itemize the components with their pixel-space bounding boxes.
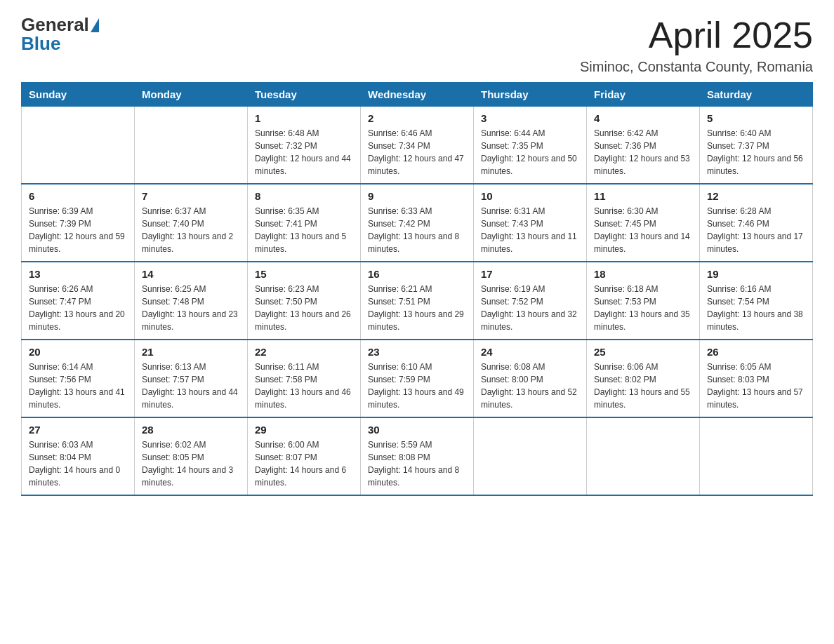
day-info: Sunrise: 6:26 AMSunset: 7:47 PMDaylight:… <box>29 283 127 333</box>
col-friday: Friday <box>587 83 700 107</box>
week-row-2: 6Sunrise: 6:39 AMSunset: 7:39 PMDaylight… <box>22 184 813 262</box>
week-row-1: 1Sunrise: 6:48 AMSunset: 7:32 PMDaylight… <box>22 107 813 185</box>
day-info: Sunrise: 5:59 AMSunset: 8:08 PMDaylight:… <box>368 438 466 489</box>
calendar-header: Sunday Monday Tuesday Wednesday Thursday… <box>22 83 813 107</box>
col-thursday: Thursday <box>474 83 587 107</box>
day-info: Sunrise: 6:02 AMSunset: 8:05 PMDaylight:… <box>142 438 240 489</box>
day-info: Sunrise: 6:25 AMSunset: 7:48 PMDaylight:… <box>142 283 240 333</box>
day-cell-w1-d2 <box>135 107 248 185</box>
logo-blue-text: Blue <box>21 33 60 55</box>
day-cell-w5-d2: 28Sunrise: 6:02 AMSunset: 8:05 PMDayligh… <box>135 417 248 495</box>
day-cell-w3-d3: 15Sunrise: 6:23 AMSunset: 7:50 PMDayligh… <box>248 262 361 340</box>
day-cell-w5-d5 <box>474 417 587 495</box>
day-info: Sunrise: 6:28 AMSunset: 7:46 PMDaylight:… <box>707 205 805 255</box>
day-number: 2 <box>368 112 466 124</box>
day-number: 8 <box>255 190 353 202</box>
col-sunday: Sunday <box>22 83 135 107</box>
day-cell-w3-d5: 17Sunrise: 6:19 AMSunset: 7:52 PMDayligh… <box>474 262 587 340</box>
day-number: 7 <box>142 190 240 202</box>
day-info: Sunrise: 6:39 AMSunset: 7:39 PMDaylight:… <box>29 205 127 255</box>
day-cell-w4-d4: 23Sunrise: 6:10 AMSunset: 7:59 PMDayligh… <box>361 340 474 417</box>
day-info: Sunrise: 6:42 AMSunset: 7:36 PMDaylight:… <box>594 127 692 177</box>
day-number: 3 <box>481 112 579 124</box>
day-number: 22 <box>255 346 353 358</box>
day-number: 9 <box>368 190 466 202</box>
page-title: April 2025 <box>580 14 813 56</box>
day-number: 6 <box>29 190 127 202</box>
day-info: Sunrise: 6:46 AMSunset: 7:34 PMDaylight:… <box>368 127 466 177</box>
day-info: Sunrise: 6:13 AMSunset: 7:57 PMDaylight:… <box>142 361 240 411</box>
day-number: 4 <box>594 112 692 124</box>
week-row-3: 13Sunrise: 6:26 AMSunset: 7:47 PMDayligh… <box>22 262 813 340</box>
day-number: 28 <box>142 424 240 436</box>
day-cell-w4-d3: 22Sunrise: 6:11 AMSunset: 7:58 PMDayligh… <box>248 340 361 417</box>
day-number: 21 <box>142 346 240 358</box>
day-cell-w3-d4: 16Sunrise: 6:21 AMSunset: 7:51 PMDayligh… <box>361 262 474 340</box>
day-cell-w5-d6 <box>587 417 700 495</box>
day-number: 20 <box>29 346 127 358</box>
days-of-week-row: Sunday Monday Tuesday Wednesday Thursday… <box>22 83 813 107</box>
day-cell-w2-d4: 9Sunrise: 6:33 AMSunset: 7:42 PMDaylight… <box>361 184 474 262</box>
day-info: Sunrise: 6:10 AMSunset: 7:59 PMDaylight:… <box>368 361 466 411</box>
day-cell-w2-d6: 11Sunrise: 6:30 AMSunset: 7:45 PMDayligh… <box>587 184 700 262</box>
day-cell-w2-d5: 10Sunrise: 6:31 AMSunset: 7:43 PMDayligh… <box>474 184 587 262</box>
col-wednesday: Wednesday <box>361 83 474 107</box>
day-cell-w1-d4: 2Sunrise: 6:46 AMSunset: 7:34 PMDaylight… <box>361 107 474 185</box>
day-cell-w2-d3: 8Sunrise: 6:35 AMSunset: 7:41 PMDaylight… <box>248 184 361 262</box>
day-number: 14 <box>142 268 240 280</box>
day-cell-w3-d6: 18Sunrise: 6:18 AMSunset: 7:53 PMDayligh… <box>587 262 700 340</box>
day-number: 16 <box>368 268 466 280</box>
day-number: 26 <box>707 346 805 358</box>
day-info: Sunrise: 6:48 AMSunset: 7:32 PMDaylight:… <box>255 127 353 177</box>
page-subtitle: Siminoc, Constanta County, Romania <box>580 59 813 75</box>
day-cell-w5-d1: 27Sunrise: 6:03 AMSunset: 8:04 PMDayligh… <box>22 417 135 495</box>
day-number: 19 <box>707 268 805 280</box>
day-number: 12 <box>707 190 805 202</box>
day-info: Sunrise: 6:35 AMSunset: 7:41 PMDaylight:… <box>255 205 353 255</box>
day-cell-w2-d7: 12Sunrise: 6:28 AMSunset: 7:46 PMDayligh… <box>700 184 813 262</box>
week-row-4: 20Sunrise: 6:14 AMSunset: 7:56 PMDayligh… <box>22 340 813 417</box>
day-info: Sunrise: 6:23 AMSunset: 7:50 PMDaylight:… <box>255 283 353 333</box>
day-info: Sunrise: 6:33 AMSunset: 7:42 PMDaylight:… <box>368 205 466 255</box>
day-cell-w1-d7: 5Sunrise: 6:40 AMSunset: 7:37 PMDaylight… <box>700 107 813 185</box>
week-row-5: 27Sunrise: 6:03 AMSunset: 8:04 PMDayligh… <box>22 417 813 495</box>
logo-triangle-icon <box>91 18 99 32</box>
day-cell-w2-d1: 6Sunrise: 6:39 AMSunset: 7:39 PMDaylight… <box>22 184 135 262</box>
day-cell-w5-d7 <box>700 417 813 495</box>
day-cell-w1-d6: 4Sunrise: 6:42 AMSunset: 7:36 PMDaylight… <box>587 107 700 185</box>
day-info: Sunrise: 6:16 AMSunset: 7:54 PMDaylight:… <box>707 283 805 333</box>
day-number: 27 <box>29 424 127 436</box>
day-info: Sunrise: 6:00 AMSunset: 8:07 PMDaylight:… <box>255 438 353 489</box>
day-number: 15 <box>255 268 353 280</box>
day-number: 29 <box>255 424 353 436</box>
day-info: Sunrise: 6:44 AMSunset: 7:35 PMDaylight:… <box>481 127 579 177</box>
day-number: 5 <box>707 112 805 124</box>
day-number: 24 <box>481 346 579 358</box>
day-info: Sunrise: 6:37 AMSunset: 7:40 PMDaylight:… <box>142 205 240 255</box>
page-header: General Blue April 2025 Siminoc, Constan… <box>21 14 813 75</box>
day-info: Sunrise: 6:30 AMSunset: 7:45 PMDaylight:… <box>594 205 692 255</box>
day-number: 17 <box>481 268 579 280</box>
day-number: 10 <box>481 190 579 202</box>
day-cell-w4-d5: 24Sunrise: 6:08 AMSunset: 8:00 PMDayligh… <box>474 340 587 417</box>
day-number: 11 <box>594 190 692 202</box>
day-number: 1 <box>255 112 353 124</box>
day-info: Sunrise: 6:08 AMSunset: 8:00 PMDaylight:… <box>481 361 579 411</box>
day-cell-w4-d2: 21Sunrise: 6:13 AMSunset: 7:57 PMDayligh… <box>135 340 248 417</box>
day-cell-w3-d7: 19Sunrise: 6:16 AMSunset: 7:54 PMDayligh… <box>700 262 813 340</box>
day-info: Sunrise: 6:11 AMSunset: 7:58 PMDaylight:… <box>255 361 353 411</box>
day-cell-w3-d1: 13Sunrise: 6:26 AMSunset: 7:47 PMDayligh… <box>22 262 135 340</box>
day-info: Sunrise: 6:03 AMSunset: 8:04 PMDaylight:… <box>29 438 127 489</box>
col-monday: Monday <box>135 83 248 107</box>
day-info: Sunrise: 6:19 AMSunset: 7:52 PMDaylight:… <box>481 283 579 333</box>
col-saturday: Saturday <box>700 83 813 107</box>
day-info: Sunrise: 6:14 AMSunset: 7:56 PMDaylight:… <box>29 361 127 411</box>
title-block: April 2025 Siminoc, Constanta County, Ro… <box>580 14 813 75</box>
day-info: Sunrise: 6:40 AMSunset: 7:37 PMDaylight:… <box>707 127 805 177</box>
day-cell-w1-d1 <box>22 107 135 185</box>
day-number: 25 <box>594 346 692 358</box>
day-info: Sunrise: 6:06 AMSunset: 8:02 PMDaylight:… <box>594 361 692 411</box>
day-info: Sunrise: 6:05 AMSunset: 8:03 PMDaylight:… <box>707 361 805 411</box>
day-cell-w2-d2: 7Sunrise: 6:37 AMSunset: 7:40 PMDaylight… <box>135 184 248 262</box>
day-cell-w4-d6: 25Sunrise: 6:06 AMSunset: 8:02 PMDayligh… <box>587 340 700 417</box>
